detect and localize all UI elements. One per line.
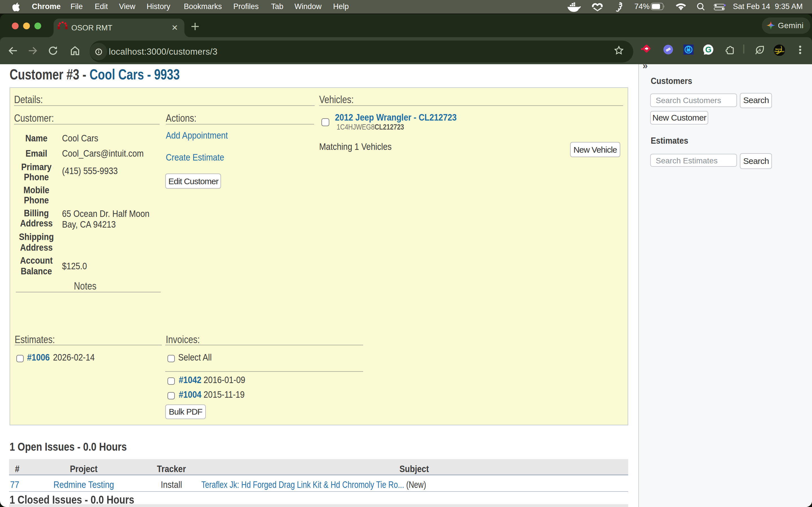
svg-text:Fabrication: Fabrication — [774, 50, 784, 52]
svg-text:Barreto: Barreto — [775, 48, 782, 50]
svg-text:G: G — [705, 45, 712, 54]
